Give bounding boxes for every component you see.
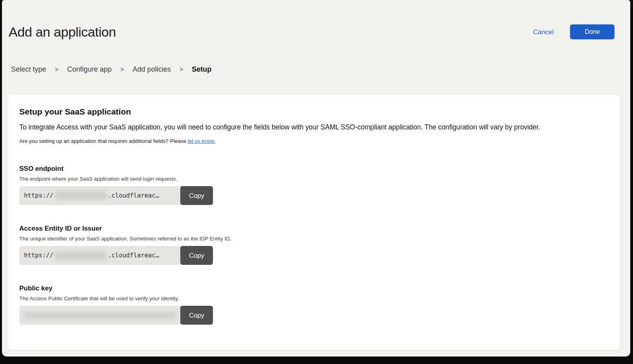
value-prefix: https:// [24, 192, 54, 199]
card-heading: Setup your SaaS application [19, 107, 609, 116]
public-key-copy-group: Copy [19, 306, 213, 325]
card-note-text: Are you setting up an application that r… [19, 138, 188, 144]
field-label: Public key [19, 285, 609, 292]
field-access-entity-id: Access Entity ID or Issuer The unique id… [19, 225, 609, 265]
card-intro-text: To integrate Access with your SaaS appli… [19, 123, 609, 131]
card-note: Are you setting up an application that r… [19, 138, 609, 144]
field-sso-endpoint: SSO endpoint The endpoint where your Saa… [19, 165, 609, 205]
public-key-copy-button[interactable]: Copy [180, 306, 213, 325]
field-description: The unique identifier of your SaaS appli… [19, 236, 609, 242]
breadcrumb-step-configure-app[interactable]: Configure app [67, 65, 111, 74]
redacted-text [55, 192, 107, 200]
field-public-key: Public key The Access Public Certificate… [19, 285, 609, 325]
app-screen: Add an application Cancel Done Select ty… [2, 0, 630, 357]
field-description: The endpoint where your SaaS application… [19, 176, 609, 182]
let-us-know-link[interactable]: let us know. [188, 138, 216, 144]
cancel-button[interactable]: Cancel [533, 28, 554, 36]
breadcrumb-separator-icon: > [55, 66, 58, 73]
value-suffix: .cloudflareac… [108, 192, 159, 199]
entity-id-value[interactable]: https://.cloudflareac… [19, 246, 183, 265]
sso-endpoint-value[interactable]: https://.cloudflareac… [19, 186, 183, 205]
done-button[interactable]: Done [570, 24, 614, 39]
breadcrumb-separator-icon: > [120, 66, 124, 73]
breadcrumb-step-setup[interactable]: Setup [192, 65, 211, 74]
sso-endpoint-copy-button[interactable]: Copy [180, 186, 213, 205]
public-key-value[interactable] [19, 306, 183, 325]
redacted-text [24, 312, 176, 319]
field-description: The Access Public Certificate that will … [19, 296, 609, 301]
value-suffix: .cloudflareac… [108, 252, 159, 259]
breadcrumb: Select type > Configure app > Add polici… [11, 65, 211, 74]
entity-id-copy-group: https://.cloudflareac… Copy [19, 246, 213, 265]
breadcrumb-step-add-policies[interactable]: Add policies [133, 65, 171, 74]
breadcrumb-step-select-type[interactable]: Select type [11, 65, 46, 74]
redacted-text [55, 251, 107, 259]
entity-id-copy-button[interactable]: Copy [180, 246, 213, 265]
sso-endpoint-copy-group: https://.cloudflareac… Copy [19, 186, 213, 205]
value-prefix: https:// [24, 252, 54, 259]
breadcrumb-separator-icon: > [180, 66, 183, 73]
page-title: Add an application [9, 24, 116, 40]
field-label: Access Entity ID or Issuer [19, 225, 609, 233]
setup-card: Setup your SaaS application To integrate… [8, 94, 620, 350]
field-label: SSO endpoint [19, 165, 609, 173]
